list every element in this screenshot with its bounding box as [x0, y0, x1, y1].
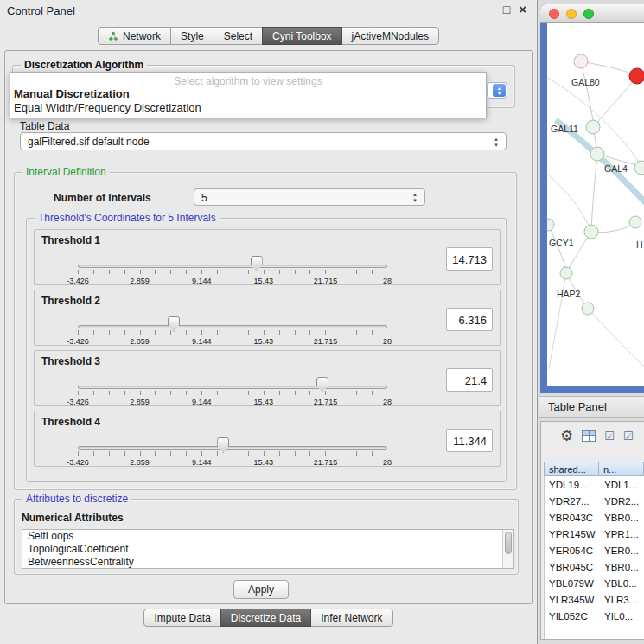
- slider-scale: -3.4262.8599.14415.4321.71528: [78, 458, 387, 468]
- attribute-list-item[interactable]: SelfLoops: [22, 530, 513, 543]
- number-of-intervals-combobox[interactable]: 5 ▴▾: [194, 188, 425, 206]
- network-edge[interactable]: [581, 61, 630, 73]
- table-row[interactable]: YDL19...YDL1...: [545, 476, 644, 493]
- close-light-icon[interactable]: [549, 9, 559, 19]
- threshold-4-value-field[interactable]: 11.344: [446, 429, 493, 452]
- threshold-3-slider[interactable]: -3.4262.8599.14415.4321.71528: [78, 368, 387, 406]
- threshold-3-label: Threshold 3: [41, 355, 100, 367]
- table-row[interactable]: YBR045CYBR0...: [545, 558, 644, 575]
- threshold-2-value-field[interactable]: 6.316: [446, 308, 493, 331]
- scale-tick-label: 2.859: [130, 398, 150, 406]
- float-window-icon[interactable]: □: [503, 3, 510, 16]
- algorithm-dropdown-popup: Select algorithm to view settings Manual…: [10, 72, 487, 118]
- network-node[interactable]: [584, 225, 598, 239]
- threshold-1-slider[interactable]: -3.4262.8599.14415.4321.71528: [78, 247, 387, 285]
- top-tabbar: Network Style Select Cyni Toolbox jActiv…: [0, 27, 537, 45]
- scale-tick-label: 2.859: [130, 277, 150, 285]
- tab-label: Network: [123, 30, 161, 42]
- table-browser-window: ⚙ ☑ ☑ shared... n... YDL19...YDL1...YDR2…: [540, 421, 644, 640]
- threshold-1-value-field[interactable]: 14.713: [446, 247, 493, 271]
- threshold-2-slider[interactable]: -3.4262.8599.14415.4321.71528: [78, 308, 387, 346]
- threshold-3-value-field[interactable]: 21.4: [446, 368, 493, 392]
- table-row[interactable]: YPR145WYPR1...: [545, 526, 644, 542]
- network-edge[interactable]: [588, 309, 644, 369]
- network-canvas[interactable]: GAL80GAL11GAL4GCY1HAP2H: [547, 23, 644, 386]
- network-edge[interactable]: [549, 273, 566, 369]
- table-data-label: Table Data: [20, 120, 69, 132]
- columns-icon[interactable]: [582, 430, 596, 442]
- table-data-value: galFiltered.sif default node: [28, 136, 150, 148]
- table-data-combobox[interactable]: galFiltered.sif default node ▴▾: [20, 132, 507, 150]
- threshold-1-panel: Threshold 1 -3.4262.8599.14415.4321.7152…: [34, 229, 501, 285]
- slider-scale: -3.4262.8599.14415.4321.71528: [78, 337, 387, 347]
- cell-name: YDL1...: [600, 480, 644, 490]
- network-node[interactable]: [547, 219, 554, 231]
- select-all-icon[interactable]: ☑: [604, 430, 615, 442]
- threshold-4-slider[interactable]: -3.4262.8599.14415.4321.71528: [78, 429, 387, 467]
- scale-tick-label: 15.43: [254, 458, 274, 467]
- column-header-name[interactable]: n...: [599, 462, 644, 476]
- tab-label: Impute Data: [154, 612, 210, 624]
- tab-infer-network[interactable]: Infer Network: [310, 609, 392, 627]
- network-edge[interactable]: [581, 61, 593, 120]
- network-node[interactable]: [590, 147, 604, 161]
- table-row[interactable]: YBL079WYBL0...: [545, 575, 644, 591]
- tab-impute-data[interactable]: Impute Data: [143, 609, 220, 627]
- network-edge[interactable]: [597, 76, 637, 123]
- tab-discretize-data[interactable]: Discretize Data: [220, 609, 311, 627]
- gear-icon[interactable]: ⚙: [560, 429, 573, 443]
- table-row[interactable]: YLR345WYLR3...: [545, 591, 644, 608]
- threshold-2-label: Threshold 2: [41, 295, 100, 307]
- attribute-list-item[interactable]: TopologicalCoefficient: [22, 543, 513, 556]
- network-edge[interactable]: [591, 154, 597, 232]
- close-icon[interactable]: ×: [519, 3, 526, 16]
- select-columns-icon[interactable]: ☑: [623, 430, 634, 442]
- cell-name: YPR1...: [600, 529, 644, 539]
- scale-tick-label: 21.715: [314, 398, 338, 406]
- scale-tick-label: 9.144: [192, 398, 212, 406]
- minimize-light-icon[interactable]: [566, 9, 577, 19]
- network-node[interactable]: [634, 161, 644, 175]
- numerical-attributes-list[interactable]: SelfLoopsTopologicalCoefficientBetweenne…: [22, 529, 514, 569]
- threshold-1-label: Threshold 1: [41, 234, 100, 246]
- table-row[interactable]: YBR043CYBR0...: [545, 509, 644, 526]
- cell-shared-name: YDL19...: [545, 480, 600, 490]
- scrollbar-thumb[interactable]: [505, 532, 512, 554]
- network-view-window: GAL80GAL11GAL4GCY1HAP2H: [540, 4, 644, 393]
- slider-ticks: [78, 270, 387, 274]
- cell-shared-name: YBR045C: [545, 562, 600, 572]
- scale-tick-label: 9.144: [192, 337, 212, 346]
- tab-network[interactable]: Network: [98, 27, 171, 45]
- network-node[interactable]: [574, 54, 588, 68]
- cell-shared-name: YDR27...: [545, 496, 600, 507]
- network-node[interactable]: [629, 68, 644, 84]
- scale-tick-label: 21.715: [314, 277, 338, 285]
- table-row[interactable]: YIL052CYIL0...: [545, 608, 644, 624]
- tab-jactivemnodules[interactable]: jActiveMNodules: [341, 27, 439, 45]
- table-row[interactable]: YDR27...YDR2...: [545, 493, 644, 509]
- scale-tick-label: 9.144: [192, 458, 212, 467]
- tab-cyni-toolbox[interactable]: Cyni Toolbox: [262, 27, 341, 45]
- scale-tick-label: 21.715: [314, 458, 338, 467]
- table-row[interactable]: YER054CYER0...: [545, 542, 644, 558]
- scale-tick-label: 28: [383, 337, 392, 346]
- network-node[interactable]: [586, 120, 600, 134]
- group-title-attributes: Attributes to discretize: [22, 493, 131, 505]
- menu-item-equal-width-frequency[interactable]: Equal Width/Frequency Discretization: [10, 101, 486, 115]
- column-header-shared-name[interactable]: shared...: [544, 462, 599, 476]
- network-node[interactable]: [629, 216, 641, 228]
- menu-item-manual-discretization[interactable]: Manual Discretization: [10, 87, 486, 101]
- algorithm-combo-fragment[interactable]: ▴▾: [487, 82, 507, 99]
- list-scrollbar[interactable]: [502, 530, 513, 568]
- tab-style[interactable]: Style: [170, 27, 214, 45]
- network-node[interactable]: [582, 303, 594, 315]
- network-node-label: GAL4: [604, 163, 628, 174]
- control-panel-titlebar: Control Panel □ ×: [0, 0, 537, 22]
- apply-button[interactable]: Apply: [233, 580, 289, 599]
- cell-name: YDR2...: [600, 496, 644, 507]
- attribute-list-item[interactable]: BetweennessCentrality: [22, 556, 513, 569]
- tab-select[interactable]: Select: [214, 27, 263, 45]
- network-node[interactable]: [560, 267, 572, 279]
- scale-tick-label: -3.426: [67, 277, 89, 285]
- zoom-light-icon[interactable]: [583, 9, 594, 19]
